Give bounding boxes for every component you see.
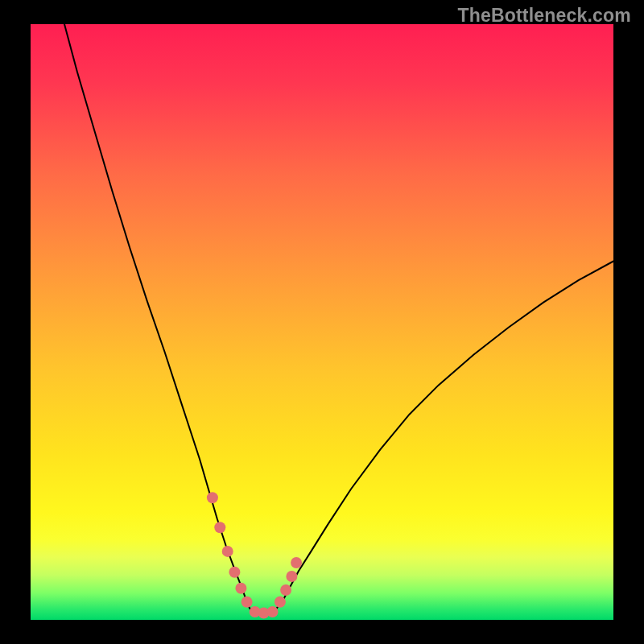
marker-dot	[207, 492, 218, 503]
marker-dot	[242, 597, 253, 608]
chart-canvas	[0, 0, 644, 644]
marker-dot	[229, 567, 240, 578]
marker-dot	[275, 597, 286, 608]
marker-dot	[267, 606, 279, 617]
watermark-text: TheBottleneck.com	[457, 5, 631, 27]
plot-background	[31, 24, 613, 620]
marker-dot	[222, 546, 233, 557]
marker-dot	[214, 522, 225, 533]
marker-dot	[235, 583, 246, 594]
marker-dot	[291, 557, 302, 568]
marker-dot	[280, 584, 291, 596]
marker-dot	[286, 571, 297, 582]
